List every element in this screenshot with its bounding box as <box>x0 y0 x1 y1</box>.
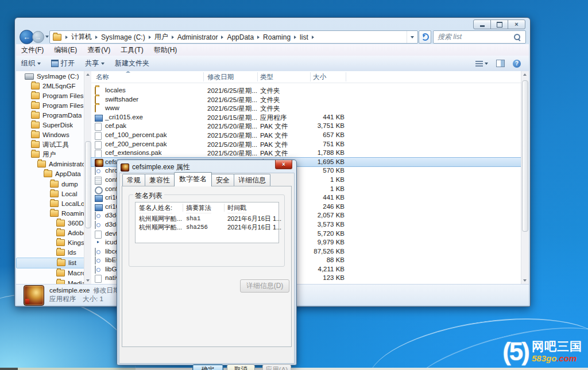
views-button[interactable] <box>475 61 488 67</box>
sidebar-item-administrato[interactable]: Administrato <box>16 159 91 169</box>
column-divider[interactable] <box>203 72 204 81</box>
table-row[interactable]: cef_100_percent.pak2021/5/20/星期...PAK 文件… <box>91 131 521 140</box>
dialog-body: 常规兼容性数字签名安全详细信息 签名列表 签名人姓名: 摘要算法 时间戳 杭州顺… <box>119 173 295 364</box>
tree-item-label: ProgramData <box>42 112 82 119</box>
organize-button[interactable]: 组织 <box>16 59 46 68</box>
menu-item[interactable]: 帮助(H) <box>149 45 183 55</box>
logo-domain: 583go.com <box>532 353 582 363</box>
table-row[interactable]: locales2021/6/25/星期...文件夹 <box>91 86 521 95</box>
table-row[interactable]: cef_200_percent.pak2021/5/20/星期...PAK 文件… <box>91 140 521 149</box>
sidebar-item-dump[interactable]: dump <box>16 179 91 189</box>
dialog-close-button[interactable]: × <box>275 160 292 169</box>
list-scrollbar[interactable] <box>521 71 529 284</box>
sig-column-signer[interactable]: 签名人姓名: <box>139 202 172 213</box>
sidebar-item-media[interactable]: Media <box>16 278 91 284</box>
tree-scrollbar-thumb[interactable] <box>85 141 91 228</box>
breadcrumb-segment[interactable]: SysImage (C:) <box>99 33 148 41</box>
sidebar-item-program-files[interactable]: Program Files <box>16 100 91 110</box>
history-dropdown-icon[interactable] <box>45 36 49 38</box>
column-divider[interactable] <box>310 72 311 81</box>
sidebar-item-local[interactable]: Local <box>16 189 91 198</box>
folder-icon <box>56 280 65 284</box>
file-size: 1,788 KB <box>281 149 345 156</box>
sig-column-timestamp[interactable]: 时间戳 <box>227 202 246 213</box>
column-divider[interactable] <box>257 72 258 81</box>
column-header-type[interactable]: 类型 <box>260 73 273 81</box>
sidebar-item-adobe[interactable]: Adobe <box>16 228 91 238</box>
apply-button-disabled[interactable]: 应用(A) <box>262 364 291 370</box>
breadcrumb-segment[interactable]: Roaming <box>261 33 293 41</box>
scroll-up-button[interactable] <box>84 71 91 78</box>
details-button-disabled[interactable]: 详细信息(D) <box>240 279 289 293</box>
sidebar-item-programdata[interactable]: ProgramData <box>16 110 91 120</box>
refresh-button[interactable] <box>419 30 431 44</box>
menu-item[interactable]: 文件(F) <box>16 45 49 55</box>
minimize-button[interactable] <box>473 20 491 29</box>
breadcrumb-segment[interactable]: list <box>297 33 311 41</box>
cancel-button[interactable]: 取消 <box>227 364 255 370</box>
sidebar-item-program-files[interactable]: Program Files <box>16 91 91 100</box>
file-type: 文件夹 <box>260 87 280 95</box>
tree-scrollbar[interactable] <box>84 71 91 284</box>
signature-row[interactable]: 杭州顺网宇酷...sha2562021年6月16日 1... <box>136 223 278 232</box>
table-row[interactable]: _cri1015.exe2021/6/15/星期...应用程序441 KB <box>91 113 521 122</box>
help-button[interactable]: ? <box>513 60 521 68</box>
sidebar-item--[interactable]: 调试工具 <box>16 140 91 150</box>
column-header-date[interactable]: 修改日期 <box>207 73 234 81</box>
sidebar-item-sysimage-c-[interactable]: SysImage (C:) <box>16 71 91 81</box>
open-button[interactable]: 打开 <box>46 59 80 68</box>
breadcrumb[interactable]: 计算机SysImage (C:)用户AdministratorAppDataRo… <box>49 30 418 44</box>
tree-item-label: lds <box>68 249 76 256</box>
column-header-size[interactable]: 大小 <box>313 73 326 81</box>
table-row[interactable]: swiftshader2021/6/25/星期...文件夹 <box>91 95 521 104</box>
share-button[interactable]: 共享 <box>80 59 110 68</box>
sidebar-item-roaming[interactable]: Roaming <box>16 208 91 218</box>
tab-数字签名[interactable]: 数字签名 <box>174 172 212 186</box>
menu-item[interactable]: 编辑(E) <box>49 45 82 55</box>
table-row[interactable]: www2021/6/25/星期...文件夹 <box>91 104 521 113</box>
maximize-button[interactable] <box>490 20 508 29</box>
taskbar-edge[interactable] <box>0 368 588 370</box>
tab-安全[interactable]: 安全 <box>211 174 234 186</box>
sidebar-item-360drv[interactable]: 360Drv <box>16 218 91 228</box>
list-scrollbar-thumb[interactable] <box>522 80 528 232</box>
sidebar-item-locallov[interactable]: LocalLov <box>16 198 91 208</box>
menu-item[interactable]: 查看(V) <box>82 45 115 55</box>
column-divider[interactable] <box>346 72 346 81</box>
preview-pane-button[interactable] <box>496 60 505 67</box>
new-folder-button[interactable]: 新建文件夹 <box>110 59 154 68</box>
breadcrumb-segment[interactable]: 计算机 <box>69 32 94 42</box>
scroll-down-button[interactable] <box>521 277 528 284</box>
sidebar-item-superdisk[interactable]: SuperDisk <box>16 120 91 130</box>
sidebar-item-windows[interactable]: Windows <box>16 130 91 140</box>
sig-column-digest[interactable]: 摘要算法 <box>186 202 211 213</box>
table-row[interactable]: cef_extensions.pak2021/5/20/星期...PAK 文件1… <box>91 149 521 158</box>
sidebar-item-kingso[interactable]: Kingso <box>16 238 91 248</box>
scroll-up-button[interactable] <box>521 71 528 78</box>
sidebar-item--[interactable]: 用户 <box>16 150 91 159</box>
sidebar-item-lds[interactable]: lds <box>16 248 91 258</box>
search-input[interactable]: 搜索 list <box>433 30 526 44</box>
table-row[interactable]: cef.pak2021/5/20/星期...PAK 文件3,751 KB <box>91 122 521 131</box>
scroll-down-button[interactable] <box>84 277 91 284</box>
close-button[interactable]: × <box>508 20 525 29</box>
tab-兼容性[interactable]: 兼容性 <box>145 174 175 186</box>
digest-algorithm: sha256 <box>186 223 208 232</box>
breadcrumb-segment[interactable]: Administrator <box>175 33 220 41</box>
breadcrumb-dropdown[interactable] <box>407 31 417 43</box>
sidebar-item-2ml5qngf[interactable]: 2ML5qnGF <box>16 81 91 91</box>
sidebar-item-appdata[interactable]: AppData <box>16 169 91 179</box>
forward-button[interactable]: → <box>32 31 44 43</box>
file-date: 2021/6/25/星期... <box>207 104 257 113</box>
breadcrumb-segment[interactable]: AppData <box>225 33 256 41</box>
sidebar-item-macro[interactable]: Macro <box>16 268 91 278</box>
tab-常规[interactable]: 常规 <box>122 174 145 186</box>
signature-table[interactable]: 签名人姓名: 摘要算法 时间戳 杭州顺网宇酷...sha12021年6月16日 … <box>135 202 279 243</box>
tab-详细信息[interactable]: 详细信息 <box>234 174 270 186</box>
menu-item[interactable]: 工具(T) <box>115 45 148 55</box>
ok-button[interactable]: 确定 <box>192 364 223 370</box>
sidebar-item-list[interactable]: list <box>16 258 91 268</box>
breadcrumb-segment[interactable]: 用户 <box>152 32 171 42</box>
column-header-name[interactable]: 名称 <box>96 73 109 81</box>
signature-row[interactable]: 杭州顺网宇酷...sha12021年6月16日 1... <box>136 215 278 223</box>
